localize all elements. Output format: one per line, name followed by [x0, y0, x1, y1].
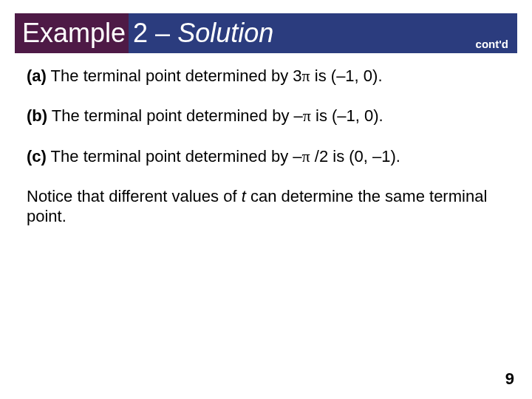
label-c: (c): [27, 147, 47, 166]
title-rest: 2 – Solution: [129, 20, 273, 47]
label-a: (a): [27, 66, 47, 85]
text-b1: The terminal point determined by –: [47, 106, 303, 125]
title-dash: –: [155, 18, 170, 48]
slide: Example 2 – Solution cont'd (a) The term…: [0, 0, 532, 399]
line-b: (b) The terminal point determined by –π …: [27, 106, 505, 126]
contd-label: cont'd: [476, 38, 508, 50]
title-badge: Example: [15, 13, 129, 53]
label-b: (b): [27, 106, 47, 125]
pi-b: π: [303, 106, 311, 125]
line-c: (c) The terminal point determined by –π …: [27, 147, 505, 166]
pi-c: π: [302, 147, 310, 166]
line-note: Notice that different values of t can de…: [27, 187, 505, 226]
title-bar: Example 2 – Solution cont'd: [15, 13, 517, 53]
text-c2: /2 is (0, –1).: [310, 147, 400, 166]
note-1: Notice that different values of: [27, 187, 242, 205]
line-a: (a) The terminal point determined by 3π …: [27, 66, 505, 86]
title-number: 2: [133, 18, 148, 48]
page-number: 9: [505, 369, 514, 389]
pi-a: π: [302, 66, 310, 85]
text-a1: The terminal point determined by 3: [47, 66, 302, 85]
title-badge-text: Example: [22, 20, 126, 47]
title-word: Solution: [177, 18, 273, 48]
slide-body: (a) The terminal point determined by 3π …: [27, 66, 505, 247]
text-a2: is (–1, 0).: [310, 66, 383, 85]
text-c1: The terminal point determined by –: [47, 147, 302, 166]
text-b2: is (–1, 0).: [311, 106, 383, 125]
